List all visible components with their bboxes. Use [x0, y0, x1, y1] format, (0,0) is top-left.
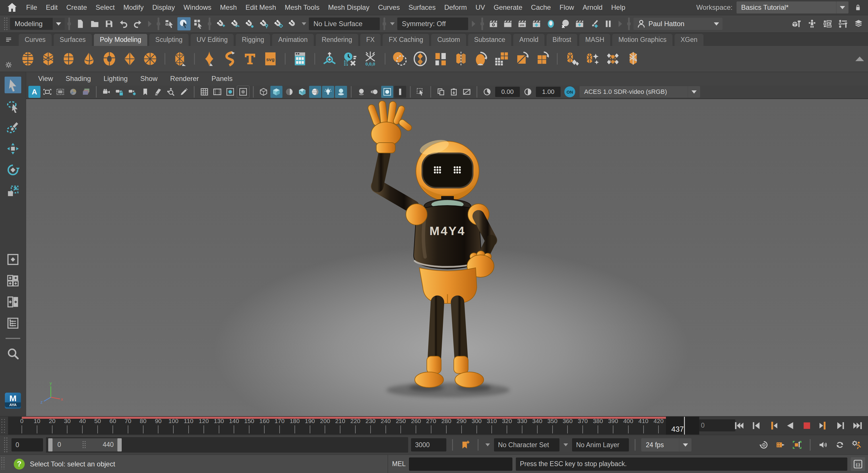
panel-menu-renderer[interactable]: Renderer: [170, 75, 205, 83]
time-slider[interactable]: 0102030405060708090100110120130140150160…: [0, 416, 868, 435]
colorspace-selector[interactable]: ACES 1.0 SDR-video (sRGB): [580, 86, 700, 98]
layout-four-pane[interactable]: [5, 272, 21, 289]
range-grip[interactable]: [3, 437, 8, 453]
command-language-label[interactable]: MEL: [392, 460, 406, 468]
menu-mesh[interactable]: Mesh: [216, 3, 241, 11]
poly-torus[interactable]: [100, 50, 118, 68]
menu-flow[interactable]: Flow: [555, 3, 578, 11]
mute-toggle[interactable]: [816, 438, 830, 452]
shelf-tab-xgen[interactable]: XGen: [674, 34, 704, 46]
layout-two-pane[interactable]: [5, 294, 21, 310]
bevel[interactable]: [563, 50, 581, 68]
gamma-control[interactable]: [522, 86, 534, 98]
menu-create[interactable]: Create: [62, 3, 91, 11]
menu-windows[interactable]: Windows: [179, 3, 216, 11]
smooth-shade-mode[interactable]: [270, 86, 282, 98]
menu-curves[interactable]: Curves: [374, 3, 404, 11]
poly-disc[interactable]: [141, 50, 159, 68]
isolate-select[interactable]: [414, 86, 427, 98]
grease-pencil[interactable]: [178, 86, 190, 98]
origin-coords[interactable]: 0,0,0: [361, 50, 379, 68]
render-settings[interactable]: [530, 17, 543, 30]
gate-mask-color[interactable]: [237, 86, 249, 98]
lock-camera[interactable]: [113, 86, 125, 98]
snapshot-view[interactable]: [461, 86, 473, 98]
poly-sphere[interactable]: [19, 50, 37, 68]
paint-select-tool[interactable]: [5, 119, 21, 136]
playback-range-bar[interactable]: 0 440: [48, 438, 122, 451]
shelf-tab-poly-modeling[interactable]: Poly Modeling: [94, 34, 148, 46]
animation-start-field[interactable]: 0: [11, 438, 43, 451]
script-editor-button[interactable]: {;}: [851, 457, 865, 471]
add-bookmark-button[interactable]: [459, 438, 472, 451]
select-camera[interactable]: [100, 86, 113, 98]
panel-menu-lighting[interactable]: Lighting: [104, 75, 134, 83]
gate-mask[interactable]: [54, 86, 66, 98]
next-keyframe-button[interactable]: [834, 419, 847, 432]
home-icon[interactable]: [6, 2, 18, 13]
statusline-grip[interactable]: [3, 17, 8, 31]
attribute-editor-toggle[interactable]: [821, 17, 834, 30]
menu-display[interactable]: Display: [148, 3, 179, 11]
group-handle[interactable]: [158, 18, 159, 30]
playback-speed[interactable]: [757, 438, 771, 452]
select-hierarchy-mode[interactable]: [163, 17, 176, 30]
animation-end-field[interactable]: 3000: [411, 438, 446, 451]
menu-cache[interactable]: Cache: [527, 3, 555, 11]
symmetry-menu-arrow[interactable]: [390, 22, 395, 25]
step-forward-button[interactable]: [817, 419, 830, 432]
go-to-start-button[interactable]: [733, 419, 745, 432]
loop-mode[interactable]: [833, 438, 847, 452]
select-component-mode[interactable]: [192, 17, 205, 30]
poly-cylinder[interactable]: [60, 50, 78, 68]
help-icon[interactable]: ?: [14, 459, 25, 470]
shelf-tab-arnold[interactable]: Arnold: [513, 34, 545, 46]
character-set-menu-arrow[interactable]: [485, 443, 490, 446]
live-surface-menu-arrow[interactable]: [302, 22, 306, 25]
menu-help[interactable]: Help: [607, 3, 629, 11]
xray-display[interactable]: [152, 86, 164, 98]
field-chart[interactable]: [67, 86, 79, 98]
multi-cut[interactable]: [624, 50, 642, 68]
range-end-handle[interactable]: [117, 438, 122, 451]
layout-single-pane[interactable]: [5, 251, 21, 268]
camera-attributes[interactable]: [126, 86, 138, 98]
textured-mode[interactable]: [296, 86, 308, 98]
group-handle[interactable]: [68, 18, 70, 30]
3d-viewport[interactable]: M4Y4: [26, 99, 868, 416]
play-backward-button[interactable]: [784, 419, 796, 432]
poly-cone[interactable]: [80, 50, 98, 68]
menu-file[interactable]: File: [22, 3, 42, 11]
character-set-field[interactable]: No Character Set: [494, 438, 559, 451]
toggle-film-gate[interactable]: [544, 17, 557, 30]
panel-menu-panels[interactable]: Panels: [212, 75, 239, 83]
shelf-tab-surfaces[interactable]: Surfaces: [53, 34, 92, 46]
bevel-components[interactable]: [584, 50, 601, 68]
gamma-field[interactable]: 1.00: [536, 87, 561, 97]
combine[interactable]: [411, 50, 429, 68]
group-handle[interactable]: [209, 18, 210, 30]
use-all-lights[interactable]: [309, 86, 321, 98]
snap-to-curve[interactable]: [228, 17, 242, 30]
grid-toggle[interactable]: [198, 86, 210, 98]
remesh[interactable]: [493, 50, 510, 68]
select-object-mode[interactable]: [177, 17, 191, 30]
shelf-gear-icon[interactable]: [4, 60, 13, 70]
shelf-tab-animation[interactable]: Animation: [272, 34, 314, 46]
playhead[interactable]: [684, 417, 685, 435]
user-account-menu[interactable]: Paul Hatton: [633, 18, 722, 30]
lock-workspace-icon[interactable]: [852, 2, 863, 13]
move-tool[interactable]: [5, 140, 21, 157]
occlusion-toggle[interactable]: [335, 86, 347, 98]
triangulate[interactable]: [513, 50, 531, 68]
cached-playback-toggle[interactable]: [790, 438, 804, 452]
revolve[interactable]: [472, 50, 490, 68]
shelf-tab-sculpting[interactable]: Sculpting: [149, 34, 189, 46]
shelf-tab-bifrost[interactable]: Bifrost: [546, 34, 578, 46]
select-tool[interactable]: [5, 76, 21, 93]
time-editor-clip[interactable]: [774, 438, 787, 452]
multisample-aa[interactable]: [368, 86, 380, 98]
abort-render[interactable]: [559, 17, 572, 30]
film-gate[interactable]: [211, 86, 223, 98]
color-management-toggle[interactable]: ON: [564, 86, 575, 97]
